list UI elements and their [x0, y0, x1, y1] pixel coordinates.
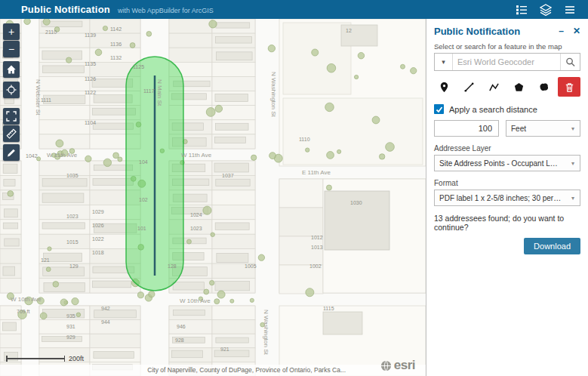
parcel-label: 121 [41, 257, 50, 263]
parcel-label: 2110 [45, 29, 57, 35]
zoom-out-button[interactable]: − [3, 41, 20, 57]
public-notification-panel: Public Notification – ✕ Select or search… [426, 19, 588, 376]
map-canvas[interactable]: W 11th AveW 11th AveE 11th AveW 10th Ave… [0, 19, 426, 376]
parcel-label: 102 [139, 197, 148, 202]
format-value: PDF label 1 x 2-5/8 inches; 30 per page [435, 194, 566, 202]
parcel-label: 1018 [92, 250, 104, 255]
freehand-polygon-icon [538, 82, 550, 93]
trash-icon [564, 82, 575, 93]
full-extent-button[interactable] [3, 108, 20, 125]
check-icon [436, 106, 443, 113]
map-graphics: W 11th AveW 11th AveE 11th AveW 10th Ave… [0, 19, 426, 376]
parcel-label: 1030 [350, 200, 362, 205]
parcel-label: 935 [66, 313, 75, 319]
panel-title: Public Notification [434, 26, 550, 37]
search-button[interactable] [560, 54, 580, 70]
legend-icon[interactable] [516, 4, 528, 16]
parcel-label: 921 [220, 347, 229, 352]
parcel-label: 1035 [66, 173, 79, 178]
distance-value-input[interactable] [434, 120, 499, 137]
parcel-label: 1135 [85, 61, 96, 66]
parcel-label: 12 [346, 28, 352, 33]
layers-icon[interactable] [540, 4, 552, 16]
chevron-down-icon: ▾ [566, 160, 580, 167]
parcel-label: 101 [137, 226, 146, 231]
parcel-label: 1037 [222, 173, 234, 178]
street-label: W 11th Ave [181, 152, 212, 159]
menu-icon[interactable] [564, 4, 576, 16]
search-source-dropdown[interactable]: ▾ [435, 54, 453, 70]
full-extent-icon [6, 111, 17, 122]
pencil-icon [6, 147, 17, 158]
parcel-label: 709 ft [17, 309, 30, 314]
parcel-label: 104 [139, 159, 148, 165]
addressee-layer-label: Addressee Layer [434, 144, 580, 153]
header-icons [516, 4, 582, 16]
app-header: Public Notification with Web AppBuilder … [0, 0, 588, 19]
polyline-tool-icon [488, 82, 500, 93]
select-point-icon [439, 82, 450, 93]
parcel-label: 1005 [245, 264, 257, 269]
result-text: 13 addressees found; do you want to cont… [434, 214, 580, 232]
parcel-label: 1125 [133, 64, 144, 69]
parcel-label: 1015 [66, 239, 79, 245]
chevron-down-icon: ▾ [566, 195, 580, 202]
measure-button[interactable] [3, 125, 20, 142]
search-distance-checkbox[interactable] [434, 104, 444, 114]
draw-toolbar [434, 77, 580, 97]
parcel-label: 942 [101, 306, 110, 311]
esri-globe-icon [380, 360, 392, 371]
close-icon[interactable]: ✕ [573, 26, 580, 35]
parcel-label: 1111 [41, 97, 51, 103]
freehand-polygon-button[interactable] [533, 77, 554, 97]
feature-search-box: ▾ [434, 53, 580, 71]
parcel-label: 928 [175, 337, 184, 343]
polygon-tool-button[interactable] [508, 77, 529, 97]
delete-button[interactable] [558, 77, 580, 97]
search-instruction-label: Select or search for a feature in the ma… [434, 42, 580, 51]
zoom-in-button[interactable]: + [3, 23, 20, 40]
home-icon [6, 64, 17, 75]
select-point-button[interactable] [434, 77, 455, 97]
parcel-label: 1024 [190, 212, 202, 217]
parcel-label: 129 [69, 264, 79, 269]
street-label: W 10th Ave [11, 296, 42, 303]
locate-button[interactable] [3, 82, 20, 98]
chevron-down-icon: ▾ [566, 125, 580, 132]
parcel-label: 1012 [311, 235, 323, 240]
parcel-label: 1117 [143, 88, 155, 94]
parcel-label: 1029 [92, 209, 104, 214]
map-attribution: City of Naperville, County of DuPage, Pr… [0, 365, 426, 376]
parcel-label: 1142 [110, 26, 122, 32]
addressee-layer-value: Site Address Points - Occupant Labels [435, 159, 566, 168]
line-tool-button[interactable] [459, 77, 480, 97]
addressee-layer-dropdown[interactable]: Site Address Points - Occupant Labels ▾ [434, 155, 580, 171]
draw-button[interactable] [3, 144, 20, 161]
parcel-label: 1110 [299, 137, 310, 142]
minimize-icon[interactable]: – [559, 26, 564, 35]
parcel-label: 1026 [92, 223, 104, 228]
parcel-label: 1115 [323, 306, 334, 311]
line-tool-icon [463, 82, 475, 93]
parcel-blocks [0, 19, 426, 376]
distance-unit-dropdown[interactable]: Feet ▾ [506, 120, 580, 137]
search-distance-label: Apply a search distance [449, 105, 537, 114]
locate-icon [6, 85, 17, 95]
format-label: Format [434, 179, 580, 187]
parcel-label: 1104 [85, 120, 96, 125]
street-label: W 10th Ave [180, 297, 211, 304]
home-button[interactable] [3, 61, 20, 78]
scale-bar-line [6, 358, 65, 359]
parcel-label: 1013 [311, 245, 323, 250]
distance-input-row: Feet ▾ [434, 120, 580, 137]
search-input[interactable] [453, 54, 560, 70]
parcel-label: 1126 [85, 76, 96, 82]
panel-header: Public Notification – ✕ [434, 23, 580, 39]
download-button[interactable]: Download [524, 238, 580, 254]
format-dropdown[interactable]: PDF label 1 x 2-5/8 inches; 30 per page … [434, 190, 580, 206]
polyline-tool-button[interactable] [484, 77, 505, 97]
street-label: N Washington St [263, 310, 269, 356]
street-label: N Main St [156, 79, 163, 106]
parcel-label: 931 [66, 324, 75, 329]
download-row: Download [434, 238, 580, 254]
